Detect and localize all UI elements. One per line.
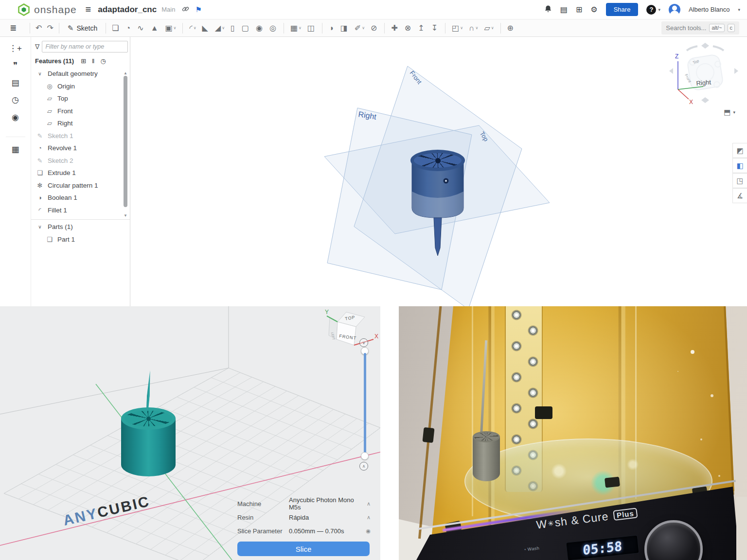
machine-setting-row[interactable]: Machine Anycubic Photon Mono M5s ∧	[237, 497, 371, 510]
sketch-button[interactable]: ✎ Sketch	[63, 22, 102, 35]
redo-button[interactable]: ↷	[47, 23, 53, 33]
comment-icon[interactable]: ❞	[13, 61, 18, 70]
app-store-icon[interactable]: ⊞	[576, 6, 582, 14]
toolbar-divider[interactable]	[500, 23, 501, 34]
scrollbar-thumb[interactable]	[124, 76, 127, 207]
feature-sketch-2[interactable]: ✎ Sketch 2	[31, 155, 123, 167]
export-icon[interactable]: ↥	[415, 22, 427, 34]
undo-button[interactable]: ↶	[36, 23, 42, 33]
thicken-icon[interactable]: ▣∨	[162, 22, 178, 34]
boss-icon[interactable]: ◎	[267, 22, 280, 34]
toolbar-divider[interactable]	[322, 23, 322, 34]
boolean-icon[interactable]: ◑	[326, 22, 337, 34]
insert-studio-icon[interactable]: ⋮+	[9, 44, 22, 53]
setting-value[interactable]: Rápida	[289, 514, 367, 521]
delete-face-icon[interactable]: ⊘	[368, 22, 380, 34]
user-menu-caret-icon[interactable]: ▾	[738, 7, 740, 12]
fillet-icon[interactable]: ◜∨	[187, 22, 198, 34]
setting-control-icon[interactable]: ∧	[367, 501, 371, 507]
workspace-branch-label[interactable]: Main	[161, 6, 175, 13]
viewcube-right-label[interactable]: Right	[696, 78, 711, 87]
appearance-panel-icon[interactable]: ◩	[732, 143, 747, 158]
move-face-icon[interactable]: ✚	[389, 22, 401, 34]
parts-section-header[interactable]: ∨ Parts (1)	[31, 221, 130, 233]
part-top-face[interactable]	[410, 150, 465, 171]
properties-icon[interactable]: ▦	[6, 137, 25, 155]
share-button[interactable]: Share	[606, 3, 639, 16]
history-icon[interactable]: ◷	[12, 95, 19, 105]
slice-button[interactable]: Slice	[237, 542, 370, 556]
sheet-metal-icon[interactable]: ▱∨	[481, 22, 496, 34]
feature-sketch-1[interactable]: ✎ Sketch 1	[31, 130, 123, 142]
feature-default-geometry[interactable]: ∨ Default geometry	[31, 68, 123, 80]
document-title[interactable]: adaptador_cnc	[98, 5, 157, 15]
notes-icon[interactable]: ▤	[11, 78, 19, 88]
layer-slider-track[interactable]	[364, 353, 366, 455]
slicer-view-cube[interactable]: TOP LEFT FRONT Y X	[325, 307, 380, 358]
shell-icon[interactable]: ▢	[239, 22, 252, 34]
help-menu[interactable]: ? ▾	[646, 5, 660, 15]
setting-value[interactable]: Anycubic Photon Mono M5s	[289, 496, 367, 511]
feature-list-toggle-icon[interactable]: ≣	[0, 23, 26, 33]
replace-face-icon[interactable]: ⊗	[402, 22, 414, 34]
filter-input[interactable]	[42, 41, 128, 52]
toolbar-divider[interactable]	[445, 23, 445, 34]
layer-slider-bottom-handle[interactable]	[361, 452, 369, 460]
split-icon[interactable]: ◨	[338, 22, 351, 34]
view-options-button[interactable]: ⬒ ▾	[724, 108, 735, 117]
hole-icon[interactable]: ◉	[253, 22, 266, 34]
sweep-icon[interactable]: ∿	[135, 22, 147, 34]
filter-funnel-icon[interactable]: ∇	[35, 43, 39, 51]
feature-top-plane[interactable]: ▱ Top	[31, 92, 123, 105]
user-name[interactable]: Alberto Blanco	[689, 6, 730, 13]
box-select-icon[interactable]: ⊕	[505, 22, 517, 34]
view-cube[interactable]: Top Front Right Z X	[667, 43, 740, 116]
measure-icon[interactable]: ∡	[732, 188, 747, 203]
feature-right-plane[interactable]: ▱ Right	[31, 117, 123, 130]
document-menu-icon[interactable]: ≡	[86, 4, 91, 15]
layer-range-top-button[interactable]: ∨	[359, 338, 368, 347]
revolve-icon[interactable]: ◔	[124, 22, 134, 34]
new-folder-icon[interactable]: ⊞	[81, 57, 86, 65]
scroll-up-icon[interactable]: ▲	[123, 71, 128, 75]
curve-icon[interactable]: ∩∨	[466, 22, 480, 34]
modify-fillet-icon[interactable]: ✐∨	[352, 22, 367, 34]
feature-revolve-1[interactable]: ◔ Revolve 1	[31, 142, 123, 155]
resin-setting-row[interactable]: Resin Rápida ∧	[237, 510, 371, 524]
model-viewport[interactable]: Front Right Top	[130, 37, 747, 306]
part-1-item[interactable]: ❑ Part 1	[31, 233, 130, 246]
chamfer-icon[interactable]: ◣	[200, 22, 212, 34]
display-states-icon[interactable]: ◧	[732, 158, 747, 173]
draft-icon[interactable]: ◢∨	[213, 22, 227, 34]
scroll-down-icon[interactable]: ▼	[123, 213, 128, 218]
plane-icon[interactable]: ◰∨	[449, 22, 465, 34]
layer-range-bottom-button[interactable]: ∧	[359, 462, 368, 471]
toolbar-divider[interactable]	[182, 23, 183, 34]
toolbar-divider[interactable]	[284, 23, 284, 34]
notifications-bell-icon[interactable]	[544, 5, 552, 15]
setting-control-icon[interactable]: ∧	[367, 514, 371, 521]
release-notes-icon[interactable]: ▤	[560, 6, 568, 14]
feature-scrollbar[interactable]: ▲ ▼	[123, 71, 128, 218]
ai-advisor-icon[interactable]: ⚙	[590, 6, 597, 14]
feature-circular-pattern-1[interactable]: ✻ Circular pattern 1	[31, 179, 123, 192]
feature-fillet-1[interactable]: ◜ Fillet 1	[31, 204, 123, 217]
education-flag-icon[interactable]: ⚑	[195, 5, 201, 14]
feature-front-plane[interactable]: ▱ Front	[31, 105, 123, 118]
feature-extrude-1[interactable]: ❏ Extrude 1	[31, 167, 123, 179]
loft-icon[interactable]: ▲	[148, 22, 162, 34]
sliced-part-top-face[interactable]	[121, 407, 176, 430]
setting-control-icon[interactable]: ◉	[366, 528, 371, 534]
rollback-icon[interactable]: ‖	[92, 57, 94, 65]
slice-parameter-row[interactable]: Slice Parameter 0.050mm — 0.700s ◉	[237, 524, 371, 538]
linear-pattern-icon[interactable]: ▦∨	[288, 22, 304, 34]
toolbar-divider[interactable]	[384, 23, 385, 34]
learning-icon[interactable]: ◉	[12, 113, 19, 122]
copy-link-icon[interactable]	[182, 5, 189, 14]
feature-boolean-1[interactable]: ◑ Boolean 1	[31, 192, 123, 204]
user-avatar[interactable]	[669, 4, 680, 16]
named-views-icon[interactable]: ◳	[732, 173, 747, 188]
import-icon[interactable]: ↧	[429, 22, 441, 34]
feature-origin[interactable]: ◎ Origin	[31, 80, 123, 93]
extrude-icon[interactable]: ❏	[109, 22, 122, 34]
